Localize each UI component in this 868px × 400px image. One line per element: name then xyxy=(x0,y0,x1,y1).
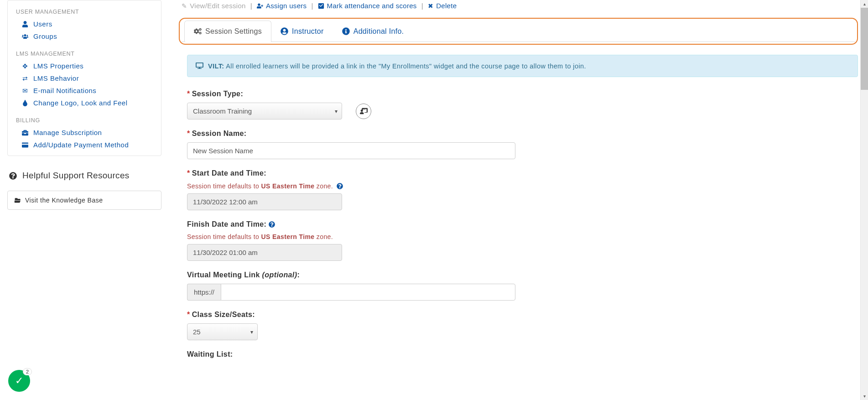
tabs: Session Settings Instructor Additional I… xyxy=(182,21,855,42)
check-square-icon xyxy=(318,2,324,10)
nav-panel: USER MANAGEMENT Users Groups LMS MANAGEM… xyxy=(7,0,161,156)
delete-link[interactable]: ✖ Delete xyxy=(428,2,457,10)
nav-item-lms-properties[interactable]: ✥ LMS Properties xyxy=(8,60,161,72)
meeting-link-label: Virtual Meeting Link (optional): xyxy=(187,271,858,279)
class-size-label: *Class Size/Seats: xyxy=(187,311,858,319)
separator: | xyxy=(311,2,313,10)
pencil-icon: ✎ xyxy=(182,2,187,10)
tabs-highlight-wrap: Session Settings Instructor Additional I… xyxy=(179,18,858,45)
separator: | xyxy=(421,2,423,10)
tab-label: Additional Info. xyxy=(353,27,404,36)
success-badge[interactable]: ✓ 2 xyxy=(8,370,30,392)
nav-item-users[interactable]: Users xyxy=(8,18,161,30)
start-hint: Session time defaults to US Eastern Time… xyxy=(187,182,858,190)
help-icon[interactable] xyxy=(337,182,343,190)
tint-icon xyxy=(21,99,29,107)
briefcase-icon xyxy=(21,129,29,136)
nav-item-lms-behavior[interactable]: ⇄ LMS Behavior xyxy=(8,72,161,84)
vilt-alert: VILT: All enrolled learners will be prov… xyxy=(187,55,858,77)
classroom-training-icon xyxy=(356,104,371,119)
session-name-input[interactable] xyxy=(187,142,515,159)
help-icon[interactable] xyxy=(269,220,275,228)
field-finish-datetime: Finish Date and Time: Session time defau… xyxy=(187,220,858,261)
nav-heading-user-management: USER MANAGEMENT xyxy=(8,0,161,18)
url-scheme-addon: https:// xyxy=(187,284,221,301)
user-icon xyxy=(21,21,29,28)
scroll-thumb[interactable] xyxy=(861,8,868,90)
finish-datetime-input[interactable] xyxy=(187,244,342,261)
close-icon: ✖ xyxy=(428,2,433,10)
field-class-size: *Class Size/Seats: 25 xyxy=(187,311,858,340)
nav-item-label: LMS Behavior xyxy=(33,74,79,82)
move-icon: ✥ xyxy=(21,62,29,70)
alert-prefix: VILT: xyxy=(208,62,224,70)
assign-users-link[interactable]: Assign users xyxy=(257,2,307,10)
required-marker: * xyxy=(187,90,190,98)
class-size-select[interactable]: 25 xyxy=(187,323,258,340)
credit-card-icon xyxy=(21,141,29,149)
nav-item-label: Groups xyxy=(33,32,57,40)
nav-heading-billing: BILLING xyxy=(8,109,161,126)
folder-open-icon xyxy=(14,197,21,204)
field-waiting-list: Waiting List: xyxy=(187,350,858,358)
nav-item-label: Manage Subscription xyxy=(33,129,102,136)
session-type-select[interactable]: Classroom Training xyxy=(187,103,342,119)
field-start-datetime: *Start Date and Time: Session time defau… xyxy=(187,169,858,210)
tab-label: Session Settings xyxy=(205,27,262,36)
required-marker: * xyxy=(187,130,190,137)
scroll-down-button[interactable]: ▾ xyxy=(861,392,868,400)
users-icon xyxy=(21,33,29,40)
meeting-link-input[interactable] xyxy=(221,284,515,301)
badge-count: 2 xyxy=(23,368,32,375)
check-icon: ✓ xyxy=(15,375,23,387)
field-session-type: *Session Type: Classroom Training xyxy=(187,90,858,119)
nav-item-email-notifications[interactable]: ✉ E-mail Notifications xyxy=(8,84,161,97)
envelope-icon: ✉ xyxy=(21,87,29,94)
nav-item-label: E-mail Notifications xyxy=(33,87,96,94)
nav-item-manage-subscription[interactable]: Manage Subscription xyxy=(8,126,161,139)
tab-instructor[interactable]: Instructor xyxy=(271,21,333,42)
nav-item-label: Change Logo, Look and Feel xyxy=(33,99,127,107)
view-edit-session-link: ✎ View/Edit session xyxy=(182,2,246,10)
sidebar: USER MANAGEMENT Users Groups LMS MANAGEM… xyxy=(0,0,169,400)
support-heading: Helpful Support Resources xyxy=(7,166,161,185)
user-circle-icon xyxy=(281,27,288,36)
nav-item-groups[interactable]: Groups xyxy=(8,30,161,42)
support-heading-text: Helpful Support Resources xyxy=(22,171,130,181)
cogs-icon xyxy=(194,27,202,36)
scroll-up-button[interactable]: ▴ xyxy=(861,0,868,8)
form-area: VILT: All enrolled learners will be prov… xyxy=(179,55,858,358)
session-type-label: *Session Type: xyxy=(187,90,858,98)
scrollbar[interactable]: ▴ ▾ xyxy=(860,0,868,400)
nav-item-label: LMS Properties xyxy=(33,62,83,70)
start-label: *Start Date and Time: xyxy=(187,169,858,177)
tab-additional-info[interactable]: Additional Info. xyxy=(333,21,413,42)
nav-heading-lms-management: LMS MANAGEMENT xyxy=(8,42,161,60)
tab-session-settings[interactable]: Session Settings xyxy=(184,21,271,42)
exchange-icon: ⇄ xyxy=(21,75,29,82)
nav-item-label: Users xyxy=(33,20,52,28)
main-content: ✎ View/Edit session | Assign users | Mar… xyxy=(169,0,868,400)
desktop-icon xyxy=(196,62,203,70)
kb-button-label: Visit the Knowledge Base xyxy=(25,197,103,204)
field-meeting-link: Virtual Meeting Link (optional): https:/… xyxy=(187,271,858,301)
question-circle-icon xyxy=(9,171,17,181)
waiting-list-label: Waiting List: xyxy=(187,350,858,358)
knowledge-base-button[interactable]: Visit the Knowledge Base xyxy=(7,191,161,210)
nav-item-change-logo[interactable]: Change Logo, Look and Feel xyxy=(8,97,161,109)
finish-label: Finish Date and Time: xyxy=(187,220,858,229)
field-session-name: *Session Name: xyxy=(187,130,858,159)
separator: | xyxy=(250,2,252,10)
nav-item-label: Add/Update Payment Method xyxy=(33,141,129,149)
user-plus-icon xyxy=(257,2,263,10)
alert-text: All enrolled learners will be provided a… xyxy=(226,62,586,70)
session-name-label: *Session Name: xyxy=(187,130,858,138)
required-marker: * xyxy=(187,169,190,177)
mark-attendance-link[interactable]: Mark attendance and scores xyxy=(318,2,417,10)
start-datetime-input[interactable] xyxy=(187,193,342,210)
nav-item-payment-method[interactable]: Add/Update Payment Method xyxy=(8,139,161,151)
finish-hint: Session time defaults to US Eastern Time… xyxy=(187,233,858,240)
action-bar: ✎ View/Edit session | Assign users | Mar… xyxy=(179,0,858,18)
tab-label: Instructor xyxy=(292,27,324,36)
required-marker: * xyxy=(187,311,190,318)
